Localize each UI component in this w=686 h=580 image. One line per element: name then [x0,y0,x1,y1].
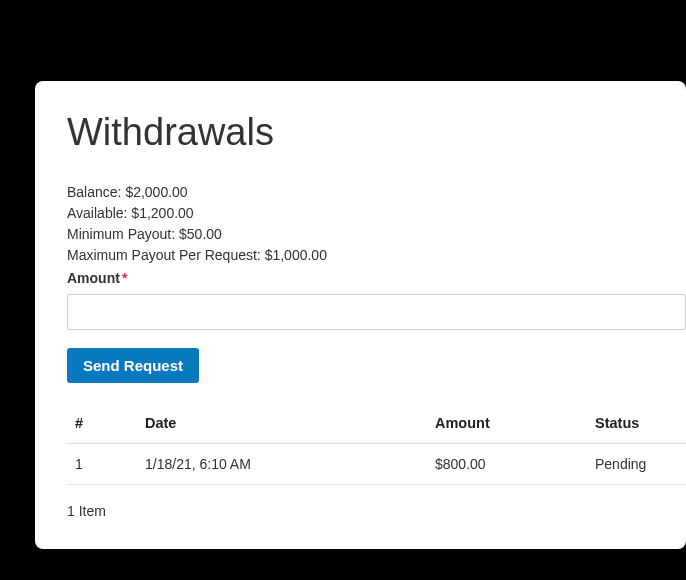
min-payout-label: Minimum Payout: [67,226,179,242]
amount-input[interactable] [67,294,686,330]
item-count: 1 Item [67,503,686,519]
balance-line: Balance: $2,000.00 [67,182,686,203]
max-payout-value: $1,000.00 [265,247,327,263]
available-value: $1,200.00 [131,205,193,221]
balance-label: Balance: [67,184,125,200]
available-line: Available: $1,200.00 [67,203,686,224]
required-indicator: * [122,270,127,286]
page-title: Withdrawals [67,111,686,154]
table-row: 1 1/18/21, 6:10 AM $800.00 Pending [67,444,686,485]
col-header-amount: Amount [427,403,587,444]
cell-num: 1 [67,444,137,485]
max-payout-label: Maximum Payout Per Request: [67,247,265,263]
available-label: Available: [67,205,131,221]
max-payout-line: Maximum Payout Per Request: $1,000.00 [67,245,686,266]
cell-date: 1/18/21, 6:10 AM [137,444,427,485]
amount-label-row: Amount* [67,270,686,286]
amount-label: Amount [67,270,120,286]
cell-amount: $800.00 [427,444,587,485]
balance-value: $2,000.00 [125,184,187,200]
min-payout-value: $50.00 [179,226,222,242]
col-header-num: # [67,403,137,444]
cell-status: Pending [587,444,686,485]
col-header-status: Status [587,403,686,444]
min-payout-line: Minimum Payout: $50.00 [67,224,686,245]
table-header-row: # Date Amount Status [67,403,686,444]
withdrawals-table: # Date Amount Status 1 1/18/21, 6:10 AM … [67,403,686,485]
withdrawals-card: Withdrawals Balance: $2,000.00 Available… [35,81,686,549]
col-header-date: Date [137,403,427,444]
send-request-button[interactable]: Send Request [67,348,199,383]
